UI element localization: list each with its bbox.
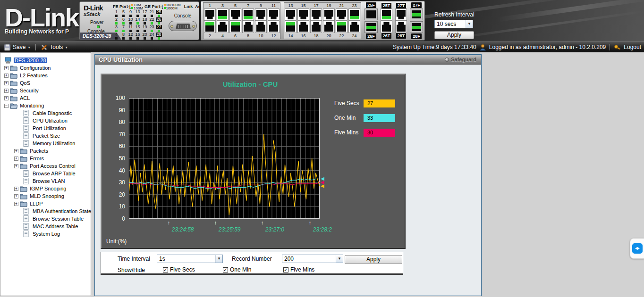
- sidebar-item-lldp[interactable]: +LLDP: [0, 200, 91, 207]
- port-19[interactable]: [323, 8, 335, 21]
- port-13[interactable]: [285, 8, 297, 21]
- tools-label: Tools: [50, 44, 63, 50]
- checkbox-icon[interactable]: ✓: [163, 267, 168, 272]
- port-1[interactable]: [204, 8, 216, 21]
- port-8[interactable]: [242, 21, 254, 33]
- x-tick-label: 23:27:0: [265, 226, 284, 233]
- sidebar-item-label: Packets: [29, 148, 49, 154]
- collapse-icon[interactable]: −: [4, 104, 8, 108]
- checkbox-icon[interactable]: ✓: [223, 267, 228, 272]
- sidebar-item-cable-diagnostic[interactable]: Cable Diagnostic: [0, 109, 91, 117]
- port-17[interactable]: [310, 8, 322, 21]
- port-28T[interactable]: [395, 21, 407, 33]
- sidebar-item-memory-utilization[interactable]: Memory Utilization: [0, 140, 91, 147]
- refresh-apply-button[interactable]: Apply: [434, 31, 474, 39]
- refresh-interval-value: 10 secs: [435, 21, 466, 27]
- top-banner: D-Link Building Networks for P D-Link xS…: [0, 0, 644, 41]
- chart-title: Utilization - CPU: [172, 80, 328, 88]
- sidebar-item-monitoring[interactable]: −Monitoring: [0, 102, 91, 109]
- sidebar-item-packet-size[interactable]: Packet Size: [0, 132, 91, 140]
- expand-icon[interactable]: +: [4, 81, 8, 85]
- port-number: 21: [339, 3, 344, 8]
- port-20[interactable]: [323, 21, 335, 33]
- chevron-down-icon[interactable]: ▼: [466, 20, 473, 28]
- logout-button[interactable]: Logout: [624, 44, 641, 50]
- port-24[interactable]: [348, 21, 360, 33]
- rj45-icon: [324, 10, 333, 19]
- port-2[interactable]: [204, 21, 216, 33]
- legend-row: Five Mins30: [334, 128, 395, 137]
- port-9[interactable]: [255, 8, 267, 21]
- sidebar-item-cpu-utilization[interactable]: CPU Utilization: [0, 117, 91, 124]
- expand-icon[interactable]: +: [14, 157, 18, 161]
- checkbox-five-mins[interactable]: ✓Five Mins: [283, 266, 314, 273]
- save-caret-icon[interactable]: ▼: [27, 46, 31, 49]
- port-21[interactable]: [336, 8, 347, 21]
- port-11[interactable]: [268, 8, 280, 21]
- sidebar-item-configuration[interactable]: +Configuration: [0, 64, 91, 72]
- remote-access-dock[interactable]: [630, 238, 644, 259]
- sidebar-item-browse-vlan[interactable]: Browse VLAN: [0, 177, 91, 185]
- tools-button[interactable]: Tools ▼: [37, 42, 72, 52]
- checkbox-icon[interactable]: ✓: [283, 267, 288, 272]
- sidebar-item-errors[interactable]: +Errors: [0, 155, 91, 162]
- port-6[interactable]: [229, 21, 241, 33]
- refresh-interval-select[interactable]: 10 secs ▼: [434, 20, 473, 28]
- expand-icon[interactable]: +: [14, 202, 18, 206]
- sidebar-item-igmp-snooping[interactable]: +IGMP Snooping: [0, 185, 91, 192]
- sidebar-item-browse-arp-table[interactable]: Browse ARP Table: [0, 170, 91, 177]
- chevron-down-icon[interactable]: ▼: [215, 255, 222, 263]
- port-23[interactable]: [348, 8, 360, 21]
- key-icon: [614, 44, 621, 51]
- port-12[interactable]: [268, 21, 280, 33]
- sidebar-item-qos[interactable]: +QoS: [0, 79, 91, 87]
- sidebar-item-packets[interactable]: +Packets: [0, 147, 91, 155]
- sidebar-item-l2-features[interactable]: +L2 Features: [0, 72, 91, 79]
- port-25T[interactable]: [381, 8, 392, 21]
- expand-icon[interactable]: +: [4, 89, 8, 93]
- sidebar-item-port-access-control[interactable]: +Port Access Control: [0, 162, 91, 170]
- sidebar-item-mac-address-table[interactable]: MAC Address Table: [0, 223, 91, 230]
- tools-caret-icon[interactable]: ▼: [65, 46, 68, 49]
- port-22[interactable]: [336, 21, 347, 33]
- port-26T[interactable]: [381, 21, 392, 33]
- time-interval-select[interactable]: 1s ▼: [157, 255, 223, 263]
- expand-icon[interactable]: +: [4, 66, 8, 70]
- expand-icon[interactable]: +: [14, 149, 18, 153]
- chevron-down-icon[interactable]: ▼: [336, 255, 343, 263]
- checkbox-five-secs[interactable]: ✓Five Secs: [163, 266, 195, 273]
- expand-icon[interactable]: +: [14, 164, 18, 168]
- sidebar-item-browse-session-table[interactable]: Browse Session Table: [0, 215, 91, 223]
- port-25F[interactable]: [364, 8, 378, 20]
- port-18[interactable]: [310, 21, 322, 33]
- record-number-select[interactable]: 200 ▼: [282, 255, 343, 263]
- sidebar-item-port-utilization[interactable]: Port Utilization: [0, 124, 91, 132]
- sidebar-item-acl[interactable]: +ACL: [0, 94, 91, 102]
- expand-icon[interactable]: +: [14, 187, 18, 191]
- port-26F[interactable]: [364, 21, 378, 33]
- sidebar-item-mld-snooping[interactable]: +MLD Snooping: [0, 192, 91, 200]
- sidebar-item-security[interactable]: +Security: [0, 87, 91, 94]
- port-28F[interactable]: [410, 21, 423, 33]
- port-10[interactable]: [255, 21, 267, 33]
- port-27F[interactable]: [410, 8, 423, 20]
- expand-icon[interactable]: +: [4, 96, 8, 100]
- port-27T[interactable]: [395, 8, 407, 21]
- expand-icon[interactable]: +: [4, 74, 8, 78]
- save-button[interactable]: Save ▼: [0, 42, 34, 52]
- sidebar-item-mba-authentication-state[interactable]: MBA Authentication State: [0, 207, 91, 215]
- sidebar-item-system-log[interactable]: System Log: [0, 230, 91, 238]
- expand-icon[interactable]: +: [14, 194, 18, 198]
- checkbox-one-min[interactable]: ✓One Min: [223, 266, 251, 273]
- port-3[interactable]: [217, 8, 229, 21]
- port-7[interactable]: [242, 8, 254, 21]
- sidebar-item-des-3200-28[interactable]: DES-3200-28: [0, 57, 91, 64]
- port-15[interactable]: [297, 8, 309, 21]
- port-4[interactable]: [217, 21, 229, 33]
- port-5[interactable]: [229, 8, 241, 21]
- chart-apply-button[interactable]: Apply: [345, 255, 402, 264]
- x-tick-label: 23:25:59: [219, 226, 241, 233]
- led-port-number: 4: [113, 33, 120, 37]
- port-16[interactable]: [297, 21, 309, 33]
- port-14[interactable]: [285, 21, 297, 33]
